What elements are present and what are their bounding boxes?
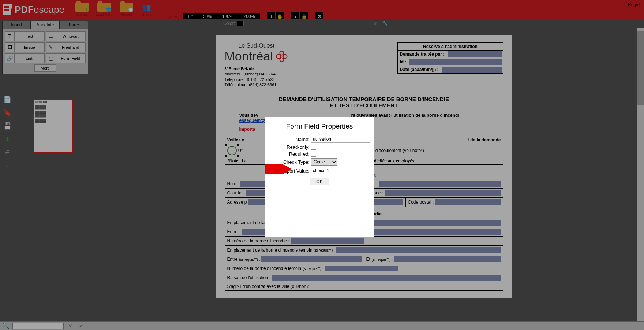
label-name: Name: [269, 137, 311, 142]
label-exportvalue: Export Value: [269, 168, 311, 174]
select-checktype[interactable]: Circle [311, 158, 337, 166]
form-field-properties-dialog: Form Field Properties Name: Read-only: R… [265, 117, 374, 237]
label-readonly: Read-only: [269, 144, 311, 150]
ok-button[interactable]: OK [310, 178, 329, 185]
input-name[interactable] [311, 136, 370, 143]
label-required: Required: [269, 151, 311, 157]
label-checktype: Check Type: [269, 159, 311, 165]
checkbox-readonly[interactable] [311, 145, 316, 150]
dialog-title: Form Field Properties [265, 117, 374, 134]
input-exportvalue[interactable] [311, 167, 370, 174]
checkbox-required[interactable] [311, 152, 316, 157]
